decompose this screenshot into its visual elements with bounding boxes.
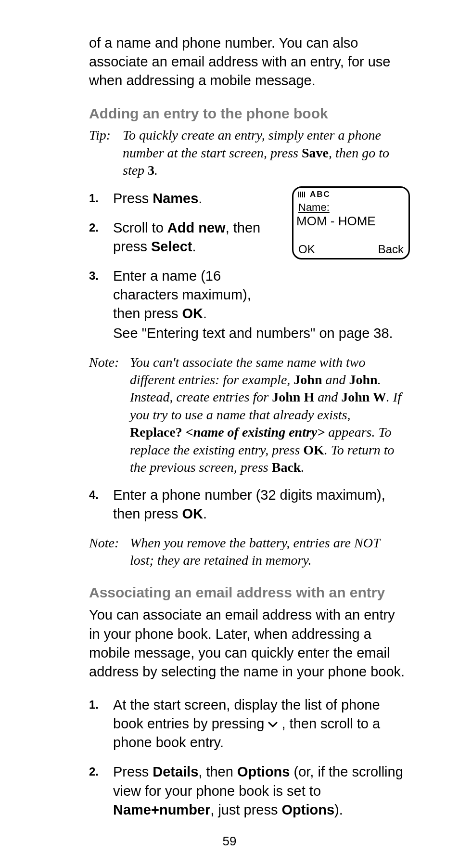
step-4-number: 4. (89, 486, 113, 523)
step-3-post: . (203, 306, 207, 321)
tip-label: Tip: (89, 127, 123, 179)
step-1-bold-names: Names (153, 191, 198, 206)
tip-block: Tip: To quickly create an entry, simply … (89, 127, 406, 179)
step-b2-number: 2. (89, 763, 113, 819)
tip-post-2: . (154, 163, 158, 178)
step-b2-name-number: Name+number (113, 802, 210, 817)
step-4-post: . (203, 506, 207, 521)
softkey-right-back: Back (378, 243, 404, 256)
step-3: 3. Enter a name (16 characters maximum),… (89, 267, 406, 343)
phone-screen-illustration: ABC Name: MOM - HOME OK Back (292, 186, 410, 259)
step-1-body: Press Names. (113, 189, 202, 208)
note-2-text: When you remove the battery, entries are… (130, 534, 406, 570)
step-b2-body: Press Details, then Options (or, if the … (113, 763, 406, 819)
name-field-value: MOM - HOME (296, 214, 406, 229)
step-4-bold-ok: OK (182, 506, 203, 521)
step-4-pre: Enter a phone number (32 digits maximum)… (113, 487, 385, 521)
note1-replace: Replace? (130, 425, 186, 440)
step-b2-options-b: Options (282, 802, 335, 817)
step-3-bold-ok: OK (182, 306, 203, 321)
phone-status-bar: ABC (298, 190, 331, 199)
step-3-body: Enter a name (16 characters maximum), th… (113, 267, 393, 343)
step-b2-details: Details (153, 764, 198, 779)
step-2-pre: Scroll to (113, 220, 167, 235)
note-duplicate-names: Note: You can't associate the same name … (89, 354, 406, 477)
note1-name-placeholder: <name of existing entry> (186, 425, 325, 440)
note1-john-h: John H (272, 389, 314, 404)
down-arrow-icon (268, 722, 278, 727)
step-3-subtext: See "Entering text and numbers" on page … (113, 324, 393, 343)
tip-bold-save: Save (302, 145, 329, 160)
email-intro-paragraph: You can associate an email address with … (89, 606, 406, 681)
step-1-pre: Press (113, 191, 153, 206)
note-1-text: You can't associate the same name with t… (130, 354, 406, 477)
lead-paragraph: of a name and phone number. You can also… (89, 34, 406, 90)
step-b1-number: 1. (89, 696, 113, 752)
page-number: 59 (0, 834, 459, 849)
tip-text: To quickly create an entry, simply enter… (123, 127, 406, 179)
step-b2-post: ). (334, 802, 343, 817)
signal-icon (298, 192, 307, 197)
note-battery: Note: When you remove the battery, entri… (89, 534, 406, 570)
note-2-label: Note: (89, 534, 130, 570)
step-b1-body: At the start screen, display the list of… (113, 696, 406, 752)
step-b2-mid3: , just press (210, 802, 281, 817)
step-3-number: 3. (89, 267, 113, 343)
step-b2-pre: Press (113, 764, 153, 779)
note1-t4: and (314, 389, 341, 404)
note1-john-a: John (293, 372, 322, 387)
step-b2-options-a: Options (237, 764, 290, 779)
note1-ok: OK (303, 442, 324, 457)
step-2-body: Scroll to Add new, then press Select. (113, 219, 280, 256)
step-4: 4. Enter a phone number (32 digits maxim… (89, 486, 406, 523)
steps-area: ABC Name: MOM - HOME OK Back 1. Press Na… (89, 189, 406, 343)
step-1-number: 1. (89, 189, 113, 208)
step-2-bold-select: Select (151, 239, 192, 254)
note1-back: Back (272, 460, 301, 475)
tip-step-ref: 3 (148, 163, 154, 178)
step-4-body: Enter a phone number (32 digits maximum)… (113, 486, 406, 523)
note1-john-w: John W (341, 389, 386, 404)
note1-t8: . (301, 460, 304, 475)
note1-t2: and (322, 372, 349, 387)
softkey-left-ok: OK (298, 243, 315, 256)
step-b2-mid1: , then (198, 764, 237, 779)
heading-email-entry: Associating an email address with an ent… (89, 584, 406, 601)
heading-adding-entry: Adding an entry to the phone book (89, 105, 406, 122)
step-2-number: 2. (89, 219, 113, 256)
step-b2: 2. Press Details, then Options (or, if t… (89, 763, 406, 819)
field-label-name: Name: (298, 201, 330, 214)
note1-john-b: John (349, 372, 377, 387)
step-1-post: . (198, 191, 202, 206)
step-2-bold-add-new: Add new (167, 220, 226, 235)
step-2-post: . (192, 239, 196, 254)
input-mode-indicator: ABC (310, 190, 331, 199)
step-3-line1: Enter a name (16 characters maximum), th… (113, 267, 280, 323)
step-b1: 1. At the start screen, display the list… (89, 696, 406, 752)
note-1-label: Note: (89, 354, 130, 477)
